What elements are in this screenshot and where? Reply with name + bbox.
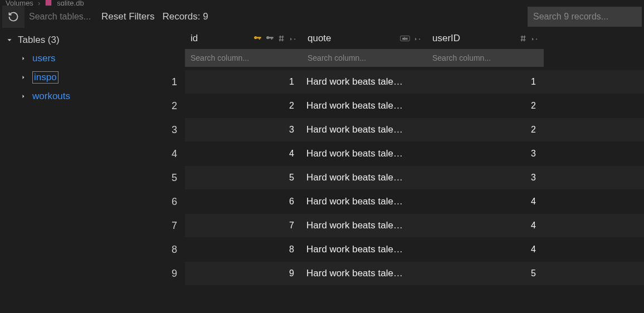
cell-userid[interactable]: 3 [427, 149, 544, 159]
cell-id[interactable]: 7 [185, 221, 302, 231]
pin-icon[interactable] [530, 35, 538, 42]
chevron-right-icon [20, 93, 27, 100]
cell-userid[interactable]: 2 [427, 101, 544, 111]
toolbar: Reset Filters Records: 9 [0, 6, 644, 28]
table-row[interactable]: 88Hard work beats tale…4 [115, 238, 644, 261]
chevron-right-icon: › [38, 0, 40, 6]
cell-quote[interactable]: Hard work beats tale… [302, 268, 427, 279]
cell-id[interactable]: 8 [185, 244, 302, 255]
cell-userid[interactable]: 1 [427, 77, 544, 87]
row-number: 8 [115, 238, 185, 261]
cell-id[interactable]: 4 [185, 149, 302, 159]
data-grid: id quote abc [115, 28, 644, 313]
column-header-quote[interactable]: quote abc [302, 28, 427, 49]
cell-quote[interactable]: Hard work beats tale… [302, 148, 427, 159]
pin-icon[interactable] [289, 35, 296, 42]
tables-header[interactable]: Tables (3) [0, 31, 115, 49]
sidebar-item-inspo[interactable]: inspo [0, 68, 115, 87]
column-header-id[interactable]: id [185, 28, 302, 49]
svg-text:abc: abc [402, 37, 408, 40]
cell-quote[interactable]: Hard work beats tale… [302, 196, 427, 207]
sidebar-item-label: workouts [32, 91, 70, 102]
row-number: 3 [115, 118, 185, 141]
refresh-button[interactable] [2, 6, 25, 28]
pin-icon[interactable] [413, 35, 421, 42]
table-row[interactable]: 44Hard work beats tale…3 [115, 142, 644, 165]
cell-userid[interactable]: 3 [427, 173, 544, 183]
records-count: Records: 9 [160, 11, 208, 22]
cell-quote[interactable]: Hard work beats tale… [302, 100, 427, 111]
column-label: id [191, 33, 198, 44]
search-tables-input[interactable] [25, 6, 96, 28]
table-row[interactable]: 66Hard work beats tale…4 [115, 190, 644, 213]
column-header-userid[interactable]: userID [427, 28, 544, 49]
breadcrumb-segment[interactable]: sqlite.db [57, 0, 84, 6]
cell-userid[interactable]: 2 [427, 125, 544, 135]
row-number: 1 [115, 70, 185, 94]
cell-quote[interactable]: Hard work beats tale… [302, 244, 427, 255]
cell-id[interactable]: 1 [185, 77, 302, 87]
row-number: 9 [115, 262, 185, 285]
sidebar-item-workouts[interactable]: workouts [0, 87, 115, 106]
table-row[interactable]: 99Hard work beats tale…5 [115, 262, 644, 285]
text-type-icon: abc [400, 35, 410, 42]
column-label: quote [308, 33, 331, 44]
table-row[interactable]: 55Hard work beats tale…3 [115, 166, 644, 189]
chevron-down-icon [6, 36, 14, 44]
reset-filters-button[interactable]: Reset Filters [96, 11, 160, 22]
hash-icon [519, 35, 527, 42]
column-search-id[interactable] [185, 49, 302, 67]
column-label: userID [432, 33, 460, 44]
cell-userid[interactable]: 5 [427, 268, 544, 278]
cell-quote[interactable]: Hard work beats tale… [302, 172, 427, 183]
key-icon [265, 34, 274, 43]
column-search-userid[interactable] [427, 49, 544, 67]
primary-key-icon [253, 34, 262, 43]
row-number: 5 [115, 166, 185, 189]
chevron-right-icon [20, 55, 27, 62]
cell-id[interactable]: 3 [185, 125, 302, 135]
sidebar-item-users[interactable]: users [0, 49, 115, 68]
table-row[interactable]: 22Hard work beats tale…2 [115, 94, 644, 118]
row-number: 4 [115, 142, 185, 165]
tables-header-label: Tables (3) [18, 35, 60, 46]
cell-quote[interactable]: Hard work beats tale… [302, 220, 427, 231]
column-search-quote[interactable] [302, 49, 427, 67]
cell-userid[interactable]: 4 [427, 221, 544, 231]
chevron-right-icon [20, 74, 27, 81]
cell-userid[interactable]: 4 [427, 197, 544, 207]
cell-id[interactable]: 5 [185, 173, 302, 183]
breadcrumb: Volumes › sqlite.db [0, 0, 644, 6]
row-number: 7 [115, 214, 185, 237]
cell-userid[interactable]: 4 [427, 244, 544, 255]
hash-icon [277, 35, 285, 42]
breadcrumb-segment[interactable]: Volumes [6, 0, 33, 6]
table-row[interactable]: 11Hard work beats tale…1 [115, 70, 644, 94]
row-number: 2 [115, 94, 185, 118]
cell-id[interactable]: 6 [185, 197, 302, 207]
database-icon [45, 0, 52, 6]
row-number: 6 [115, 190, 185, 213]
table-row[interactable]: 33Hard work beats tale…2 [115, 118, 644, 141]
cell-id[interactable]: 9 [185, 268, 302, 278]
sidebar: Tables (3) users inspo workouts [0, 28, 115, 313]
sidebar-item-label: inspo [32, 71, 58, 84]
cell-quote[interactable]: Hard work beats tale… [302, 76, 427, 87]
search-records-input[interactable] [528, 7, 642, 27]
cell-quote[interactable]: Hard work beats tale… [302, 124, 427, 135]
cell-id[interactable]: 2 [185, 101, 302, 111]
table-row[interactable]: 77Hard work beats tale…4 [115, 214, 644, 237]
sidebar-item-label: users [32, 53, 56, 64]
